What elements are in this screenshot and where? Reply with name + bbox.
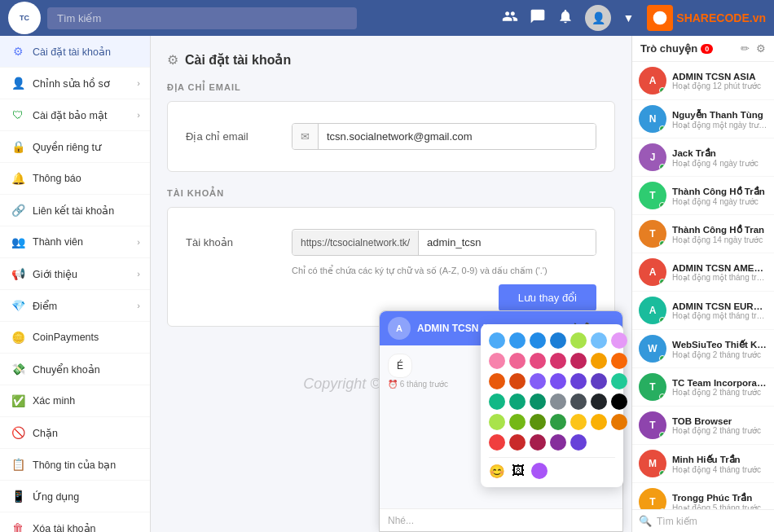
sidebar-label-block: Chặn — [33, 427, 140, 439]
color-option[interactable] — [530, 332, 546, 349]
chat-list-item[interactable]: T TOB Browser Hoạt động 2 tháng trước — [632, 407, 774, 445]
image-button[interactable]: 🖼 — [512, 464, 525, 478]
message-input[interactable] — [388, 515, 614, 526]
color-option[interactable] — [509, 332, 526, 349]
color-option[interactable] — [530, 373, 546, 389]
sidebar-item-settings[interactable]: ⚙ Cài đặt tài khoản — [0, 36, 150, 68]
search-input[interactable] — [47, 7, 357, 29]
chat-list-item[interactable]: J Jack Trần Hoạt động 4 ngày trước — [632, 138, 774, 177]
color-option[interactable] — [611, 353, 627, 369]
username-input[interactable] — [419, 230, 596, 255]
color-option[interactable] — [509, 373, 526, 389]
color-swatch[interactable] — [531, 463, 548, 479]
chat-item-info: TC Team Incorporation Hoạt động 2 tháng … — [672, 378, 767, 397]
chat-settings-icon[interactable]: ⚙ — [756, 42, 766, 55]
color-option[interactable] — [611, 394, 627, 410]
sidebar-label-coinpayments: CoinPayments — [33, 332, 140, 343]
color-option[interactable] — [591, 394, 607, 410]
color-option[interactable] — [550, 414, 566, 430]
color-option[interactable] — [591, 353, 607, 369]
color-option[interactable] — [611, 373, 627, 389]
sidebar-item-verify[interactable]: ✅ Xác minh — [0, 385, 150, 417]
chat-list-item[interactable]: A ADMIN TCSN AMERICA Hoạt động một tháng… — [632, 253, 774, 292]
chat-item-name: TOB Browser — [672, 416, 767, 426]
sidebar-item-points[interactable]: 💎 Điểm › — [0, 290, 150, 322]
color-option[interactable] — [489, 414, 505, 430]
sidebar-label-notification: Thông báo — [33, 173, 140, 184]
color-option[interactable] — [530, 353, 546, 369]
color-option[interactable] — [550, 332, 566, 349]
color-option[interactable] — [530, 434, 546, 451]
chat-item-name: ADMIN TCSN AMERICA — [672, 263, 767, 273]
emoji-button[interactable]: 😊 — [489, 464, 505, 479]
color-option[interactable] — [570, 394, 587, 410]
color-option[interactable] — [550, 353, 566, 369]
color-option[interactable] — [570, 332, 587, 349]
notifications-icon[interactable] — [557, 8, 574, 29]
color-option[interactable] — [591, 373, 607, 389]
chat-edit-icon[interactable]: ✏ — [741, 42, 750, 55]
color-option[interactable] — [509, 434, 526, 451]
online-indicator — [659, 87, 666, 94]
chat-list-item[interactable]: A ADMIN TCSN ASIA Hoạt động 12 phút trướ… — [632, 62, 774, 100]
color-option[interactable] — [550, 434, 566, 451]
color-option[interactable] — [570, 353, 587, 369]
color-option[interactable] — [509, 414, 526, 430]
sidebar-label-members: Thành viên — [33, 236, 137, 248]
color-option[interactable] — [530, 394, 546, 410]
chat-list-item[interactable]: A ADMIN TCSN EUROPE Hoạt động một tháng … — [632, 292, 774, 330]
messages-icon[interactable] — [530, 8, 546, 29]
sidebar-item-yourinfo[interactable]: 📋 Thông tin của bạn — [0, 449, 150, 481]
sidebar-item-block[interactable]: 🚫 Chặn — [0, 417, 150, 449]
color-option[interactable] — [591, 414, 607, 430]
chat-search-input[interactable] — [657, 516, 774, 527]
chat-popup: A ADMIN TCSN ASIA 📹 📞 ✕ É ⏰ 6 tháng trướ… — [379, 310, 623, 532]
site-logo[interactable]: TC — [8, 2, 41, 34]
color-option[interactable] — [489, 332, 505, 349]
online-indicator — [659, 125, 666, 132]
color-option[interactable] — [509, 353, 526, 369]
sidebar-label-verify: Xác minh — [33, 395, 140, 407]
sidebar-item-delete[interactable]: 🗑 Xóa tài khoản — [0, 512, 150, 532]
color-option[interactable] — [550, 373, 566, 389]
chat-list-item[interactable]: M Minh Hiếu Trần Hoạt động 4 tháng trước — [632, 445, 774, 483]
sidebar-item-profile[interactable]: 👤 Chỉnh sửa hồ sơ › — [0, 68, 150, 99]
color-option[interactable] — [611, 332, 627, 349]
color-option[interactable] — [509, 394, 526, 410]
color-picker-popup: 😊 🖼 — [481, 324, 623, 487]
sidebar-item-app[interactable]: 📱 Ứng dụng — [0, 481, 150, 512]
sidebar-item-transfer[interactable]: 💸 Chuyển khoản — [0, 354, 150, 385]
sidebar-item-link[interactable]: 🔗 Liên kết tài khoản — [0, 195, 150, 226]
color-option[interactable] — [530, 414, 546, 430]
email-input[interactable] — [319, 124, 596, 149]
color-picker-footer: 😊 🖼 — [489, 457, 615, 479]
sidebar-item-security[interactable]: 🛡 Cài đặt bảo mật › — [0, 99, 150, 131]
chat-list-item[interactable]: T Thành Công Hồ Tran Hoạt động 14 ngày t… — [632, 215, 774, 253]
user-avatar-nav[interactable]: 👤 — [585, 5, 611, 31]
sidebar-item-coinpayments[interactable]: 🪙 CoinPayments — [0, 322, 150, 354]
color-option[interactable] — [489, 394, 505, 410]
chat-list-item[interactable]: T Thành Công Hồ Trần Hoạt động 4 ngày tr… — [632, 177, 774, 215]
color-option[interactable] — [489, 434, 505, 451]
sharecode-icon — [647, 5, 673, 31]
dropdown-arrow[interactable]: ▼ — [622, 11, 634, 24]
chat-item-info: ADMIN TCSN EUROPE Hoạt động một tháng tr… — [672, 301, 767, 320]
color-option[interactable] — [570, 414, 587, 430]
sidebar-item-members[interactable]: 👥 Thành viên › — [0, 226, 150, 258]
color-option[interactable] — [611, 414, 627, 430]
sidebar-item-privacy[interactable]: 🔒 Quyền riêng tư — [0, 131, 150, 163]
color-option[interactable] — [489, 353, 505, 369]
sidebar-item-intro[interactable]: 📢 Giới thiệu › — [0, 258, 150, 290]
chat-list-item[interactable]: T TC Team Incorporation Hoạt động 2 thán… — [632, 368, 774, 407]
chat-list-item[interactable]: W WebSiuTeo Thiết Kế Website Chuyên Nghi… — [632, 330, 774, 368]
sidebar-item-notification[interactable]: 🔔 Thông báo — [0, 163, 150, 195]
save-button[interactable]: Lưu thay đổi — [499, 284, 596, 311]
color-option[interactable] — [591, 332, 607, 349]
color-option[interactable] — [550, 394, 566, 410]
color-option[interactable] — [570, 434, 587, 451]
color-option[interactable] — [489, 373, 505, 389]
color-option[interactable] — [570, 373, 587, 389]
chat-list-item[interactable]: T Trongg Phúc Trần Hoạt động 5 tháng trư… — [632, 483, 774, 509]
chat-list-item[interactable]: N Nguyễn Thanh Tùng Hoạt động một ngày t… — [632, 100, 774, 138]
friends-icon[interactable] — [502, 8, 518, 29]
